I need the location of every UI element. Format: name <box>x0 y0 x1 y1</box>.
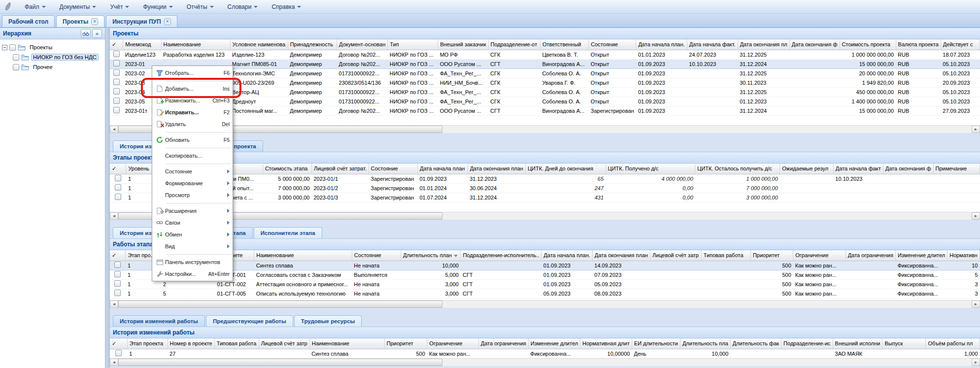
scroll-left-icon[interactable]: ◄ <box>110 301 118 308</box>
menu-item-12[interactable]: Связи <box>152 217 233 229</box>
stages-select-all-header[interactable]: ✓ <box>110 164 126 174</box>
history-tab-3[interactable]: Трудовые ресурсы <box>294 315 362 327</box>
history-column-header-11[interactable]: ЕИ длительности <box>632 338 680 349</box>
menu-item-10[interactable]: Просмотр <box>152 189 233 201</box>
row-checkbox[interactable] <box>115 194 121 200</box>
scrollbar-thumb[interactable] <box>118 359 442 366</box>
menu-item-1[interactable]: Отобрать...F6 <box>152 67 233 79</box>
history-column-header-7[interactable]: Ограничение <box>427 338 478 349</box>
projects-column-header-2[interactable]: Наименование <box>161 39 230 50</box>
projects-column-header-6[interactable]: Тип <box>388 39 438 50</box>
row-checkbox[interactable] <box>115 175 121 181</box>
table-row[interactable]: 2023-05ДредноутДемопример017310000922...… <box>110 97 980 106</box>
menu-item-15[interactable]: Панель инструментов <box>152 256 233 268</box>
stages-column-header-5[interactable]: Лицевой счёт затрат. <box>311 164 369 174</box>
projects-column-header-7[interactable]: Внешний заказчик <box>438 39 488 50</box>
projects-column-header-11[interactable]: Дата начала план. <box>636 39 687 50</box>
menu-item-3[interactable]: Размножить...Ctrl+F3 <box>152 95 233 106</box>
stages-hscrollbar[interactable]: ◄ ► <box>110 212 980 220</box>
works-column-header-9[interactable]: Дата окончания план <box>592 250 650 261</box>
tab-1[interactable]: Рабочий стол <box>2 15 55 27</box>
row-checkbox[interactable] <box>113 60 120 67</box>
projects-column-header-15[interactable]: Стоимость проекта <box>840 39 896 50</box>
projects-column-header-12[interactable]: Дата начала факт. <box>687 39 738 50</box>
history-column-header-15[interactable]: Внешний исполни <box>833 338 882 349</box>
tab-close-icon[interactable]: × <box>164 18 171 25</box>
scroll-left-icon[interactable]: ◄ <box>110 212 118 220</box>
projects-column-header-1[interactable]: Мнемокод <box>123 39 161 50</box>
stages-column-header-9[interactable]: ЦИТК. Дней до окончания <box>525 164 606 174</box>
table-row[interactable]: 2023-01Магнит ПМ085-01ДемопримерДоговор … <box>110 59 980 68</box>
scroll-left-icon[interactable]: ◄ <box>110 359 118 366</box>
table-row[interactable]: 1...кого отчета с ...3 000 000,002023-01… <box>110 193 980 202</box>
history-column-header-9[interactable]: Изменение длител <box>528 338 580 349</box>
row-checkbox[interactable] <box>113 88 120 95</box>
history-column-header-5[interactable]: Наименование <box>309 338 384 349</box>
menu-item-7[interactable]: Скопировать... <box>152 150 233 162</box>
stages-column-header-14[interactable]: Дата окончания ф <box>883 164 933 174</box>
history-column-header-2[interactable]: Номер в проекте <box>168 338 214 349</box>
history-column-header-3[interactable]: Типовая работа <box>214 338 259 349</box>
row-checkbox[interactable] <box>114 271 121 277</box>
tree-checkbox[interactable] <box>9 44 16 51</box>
row-checkbox[interactable] <box>115 350 122 356</box>
row-checkbox[interactable] <box>114 290 121 296</box>
stages-column-header-6[interactable]: Состояние <box>369 164 417 174</box>
menu-item-2[interactable]: Добавить...Ins <box>152 83 233 95</box>
menubar-item-3[interactable]: Учёт <box>104 1 135 12</box>
tree-checkbox[interactable] <box>13 54 19 61</box>
menu-item-13[interactable]: Обмен <box>152 229 233 240</box>
projects-column-header-17[interactable]: Действует с <box>941 39 980 50</box>
menu-item-4[interactable]: Исправить...F2 <box>152 106 233 118</box>
sidebar-splitter[interactable] <box>105 28 109 368</box>
row-checkbox[interactable] <box>113 69 120 76</box>
history-tab-1[interactable]: История изменений работы <box>113 315 205 327</box>
works-column-header-7[interactable]: Подразделение-исполнитель.. <box>461 250 541 261</box>
works-column-header-10[interactable]: Лицевой счёт затр <box>650 250 702 261</box>
stages-column-header-8[interactable]: Дата окончания план <box>468 164 525 174</box>
works-column-header-5[interactable]: Состояние <box>352 250 401 261</box>
history-column-header-10[interactable]: Нормативная длит <box>580 338 632 349</box>
works-column-header-15[interactable]: Изменение длител <box>895 250 947 261</box>
table-row[interactable]: 2023-04Вектор-АЦДемопример017310000922..… <box>110 87 980 97</box>
scrollbar-thumb[interactable] <box>118 301 442 308</box>
stages-column-header-15[interactable]: Примечание <box>933 164 980 174</box>
works-column-header-11[interactable]: Типовая работа <box>701 250 750 261</box>
menu-item-9[interactable]: Формирование <box>152 177 233 189</box>
projects-select-all-header[interactable]: ✓ <box>110 39 123 50</box>
works-tab-3[interactable]: Исполнители этапа <box>254 227 322 238</box>
history-column-header-17[interactable]: Объём работы пл <box>926 338 980 349</box>
works-hscrollbar[interactable]: ◄ ► <box>110 300 980 308</box>
projects-hscrollbar[interactable]: ◄ ► <box>110 125 980 133</box>
projects-column-header-5[interactable]: Документ-основан <box>337 39 388 50</box>
table-row[interactable]: 1201-СГТ-002Аттестация основного и приме… <box>110 279 980 289</box>
scroll-left-icon[interactable]: ◄ <box>110 126 118 133</box>
works-column-header-14[interactable]: Дата ограничения <box>845 250 895 261</box>
works-column-header-13[interactable]: Ограничение <box>793 250 846 261</box>
scroll-right-icon[interactable]: ► <box>972 359 980 366</box>
row-checkbox[interactable] <box>113 51 120 57</box>
table-row[interactable]: 2023-01тПостоянный маг...ДемопримерДогов… <box>110 106 980 115</box>
menubar-item-1[interactable]: Файл <box>19 1 52 12</box>
history-column-header-12[interactable]: Длительность пла <box>680 338 730 349</box>
works-column-header-12[interactable]: Приоритет <box>750 250 793 261</box>
tree-checkbox[interactable] <box>13 64 19 70</box>
projects-column-header-8[interactable]: Подразделение-от <box>488 39 540 50</box>
history-select-all-header[interactable]: ✓ <box>110 338 127 349</box>
table-row[interactable]: 127Синтез сплава500Как можно ран...Фикси… <box>110 349 980 358</box>
history-column-header-4[interactable]: Лицевой счёт затр <box>259 338 309 349</box>
tab-close-icon[interactable]: × <box>91 18 98 25</box>
table-row[interactable]: 2023-02Технология-ЭМСДемопример017310000… <box>110 68 980 78</box>
table-row[interactable]: 1501-СГТ-005Описать используемую техноло… <box>110 289 980 298</box>
projects-column-header-4[interactable]: Принадлежность <box>288 39 337 50</box>
works-column-header-4[interactable]: Наименование <box>254 250 352 261</box>
history-hscrollbar[interactable]: ◄ ► <box>110 358 980 366</box>
table-row[interactable]: 1...й партии ПМ0...5 000 000,002023-01/1… <box>110 174 980 183</box>
projects-column-header-10[interactable]: Состояние <box>589 39 636 50</box>
history-column-header-13[interactable]: Длительность фак <box>730 338 781 349</box>
tab-2[interactable]: Проекты× <box>56 15 104 27</box>
search-tree-button[interactable] <box>81 29 91 38</box>
tree-node-2[interactable]: НИОКР по ГОЗ без НДС <box>2 52 103 62</box>
table-row[interactable]: Изделие123Разработка изделия 123Изделие-… <box>110 50 980 59</box>
works-column-header-6[interactable]: Длительность план <box>401 250 461 261</box>
